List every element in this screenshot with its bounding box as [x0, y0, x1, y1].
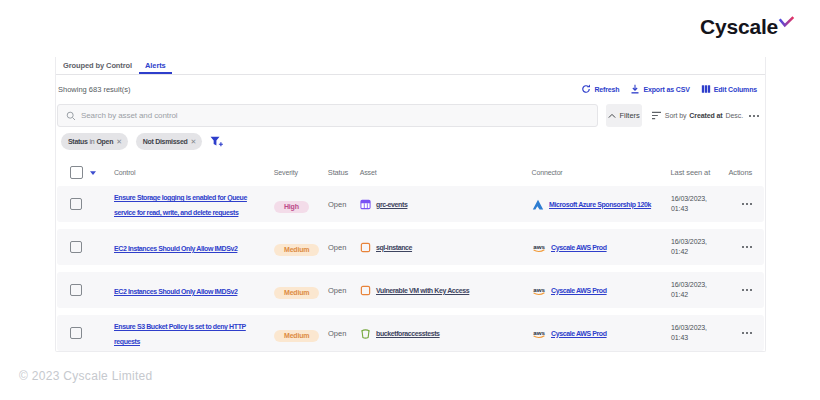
remove-filter-icon[interactable]: ✕ — [190, 138, 196, 146]
control-link[interactable]: EC2 Instances Should Only Allow IMDSv2 — [114, 288, 237, 295]
row-actions-button[interactable] — [742, 289, 752, 291]
table-header-row: Control Severity Status Asset Connector … — [57, 163, 764, 182]
row-checkbox[interactable] — [70, 327, 82, 339]
header-connector[interactable]: Connector — [532, 169, 671, 176]
severity-badge: Medium — [274, 244, 319, 256]
search-icon — [66, 111, 76, 121]
refresh-icon — [581, 84, 591, 94]
filter-chip-label: in — [90, 138, 95, 145]
alert-row: EC2 Instances Should Only Allow IMDSv2Me… — [57, 229, 764, 265]
bucket-icon — [360, 328, 371, 339]
svg-text:aws: aws — [533, 285, 545, 292]
table-toolbar: Refresh Export as CSV Edit Columns — [581, 84, 757, 94]
remove-filter-icon[interactable]: ✕ — [116, 138, 122, 146]
svg-text:aws: aws — [533, 328, 545, 335]
select-all-checkbox[interactable] — [70, 166, 83, 179]
tab-alerts[interactable]: Alerts — [139, 57, 172, 74]
status-label: Open — [328, 329, 360, 338]
control-link[interactable]: EC2 Instances Should Only Allow IMDSv2 — [114, 245, 237, 252]
asset-link[interactable]: sql-instance — [376, 244, 412, 251]
sort-icon — [651, 111, 662, 120]
severity-badge: Medium — [274, 330, 319, 342]
header-actions: Actions — [728, 168, 764, 177]
refresh-button[interactable]: Refresh — [581, 84, 619, 94]
active-filters: StatusinOpen✕Not Dismissed✕ — [61, 133, 765, 150]
connector-link[interactable]: Cyscale AWS Prod — [551, 244, 607, 251]
severity-badge: Medium — [274, 287, 319, 299]
filter-chip-label: Open — [96, 138, 113, 145]
table-body: Ensure Storage logging is enabled for Qu… — [57, 186, 764, 351]
search-input[interactable]: Search by asset and control — [57, 104, 598, 127]
alert-row: Ensure Storage logging is enabled for Qu… — [57, 186, 764, 222]
table-icon — [360, 199, 371, 210]
select-menu-caret-icon[interactable] — [90, 171, 96, 175]
aws-icon: aws — [532, 285, 546, 296]
header-control[interactable]: Control — [114, 167, 274, 179]
filter-chip-label: Not Dismissed — [143, 138, 188, 145]
sort-control[interactable]: Sort by Created at Desc. — [651, 111, 743, 120]
columns-icon — [701, 84, 711, 94]
connector-link[interactable]: Cyscale AWS Prod — [551, 287, 607, 294]
sort-field: Created at — [689, 112, 722, 119]
row-checkbox[interactable] — [70, 198, 82, 210]
asset-link[interactable]: bucketforaccesstests — [376, 330, 440, 337]
alert-row: EC2 Instances Should Only Allow IMDSv2Me… — [57, 272, 764, 308]
control-link[interactable]: Ensure S3 Bucket Policy is set to deny H… — [114, 323, 246, 345]
filter-chip[interactable]: StatusinOpen✕ — [61, 133, 128, 150]
connector-link[interactable]: Microsoft Azure Sponsorship 120k — [549, 201, 651, 208]
status-label: Open — [328, 200, 360, 209]
connector-link[interactable]: Cyscale AWS Prod — [551, 330, 607, 337]
vm-icon — [360, 285, 371, 296]
row-actions-button[interactable] — [742, 203, 752, 205]
download-icon — [630, 84, 640, 94]
footer-copyright: © 2023 Cyscale Limited — [19, 369, 153, 383]
aws-icon: aws — [532, 328, 546, 339]
export-csv-button[interactable]: Export as CSV — [630, 84, 689, 94]
asset-link[interactable]: Vulnerable VM with Key Access — [376, 287, 469, 294]
cyscale-logo-check-icon — [778, 16, 795, 28]
last-seen-timestamp: 16/03/2023, 01:43 — [671, 323, 729, 343]
filters-button[interactable]: Filters — [606, 104, 641, 127]
results-meta-row: Showing 683 result(s) Refresh Export as … — [58, 83, 757, 95]
filter-chip[interactable]: Not Dismissed✕ — [136, 133, 202, 150]
svg-text:aws: aws — [533, 242, 545, 249]
alerts-panel: Grouped by Control Alerts Showing 683 re… — [55, 57, 766, 352]
edit-columns-button[interactable]: Edit Columns — [701, 84, 757, 94]
tab-grouped-by-control[interactable]: Grouped by Control — [57, 57, 138, 74]
more-options-button[interactable] — [749, 115, 759, 117]
header-asset[interactable]: Asset — [360, 169, 532, 176]
azure-icon — [532, 199, 544, 210]
table-controls-row: Search by asset and control Filters Sort… — [57, 104, 764, 127]
header-severity[interactable]: Severity — [274, 169, 328, 176]
row-actions-button[interactable] — [742, 332, 752, 334]
status-label: Open — [328, 243, 360, 252]
row-actions-button[interactable] — [742, 246, 752, 248]
asset-link[interactable]: grc-events — [376, 201, 407, 208]
filter-chip-label: Status — [68, 138, 88, 145]
vm-icon — [360, 242, 371, 253]
cyscale-logo-text: Cyscale — [700, 15, 778, 39]
add-filter-icon[interactable] — [210, 136, 223, 147]
row-checkbox[interactable] — [70, 284, 82, 296]
search-placeholder: Search by asset and control — [81, 111, 177, 120]
header-last-seen[interactable]: Last seen at — [671, 168, 729, 178]
last-seen-timestamp: 16/03/2023, 01:42 — [671, 280, 729, 300]
status-label: Open — [328, 286, 360, 295]
alerts-table: Control Severity Status Asset Connector … — [57, 163, 764, 351]
header-status[interactable]: Status — [328, 168, 360, 177]
aws-icon: aws — [532, 242, 546, 253]
row-checkbox[interactable] — [70, 241, 82, 253]
alert-row: Ensure S3 Bucket Policy is set to deny H… — [57, 315, 764, 351]
cyscale-logo: Cyscale — [700, 15, 795, 39]
last-seen-timestamp: 16/03/2023, 01:42 — [671, 237, 729, 257]
severity-badge: High — [274, 201, 309, 213]
last-seen-timestamp: 16/03/2023, 01:43 — [671, 194, 729, 214]
sort-direction: Desc. — [726, 112, 743, 119]
control-link[interactable]: Ensure Storage logging is enabled for Qu… — [114, 194, 247, 216]
results-count: Showing 683 result(s) — [58, 85, 131, 94]
chevron-up-icon — [608, 113, 616, 119]
tab-bar: Grouped by Control Alerts — [56, 57, 765, 75]
